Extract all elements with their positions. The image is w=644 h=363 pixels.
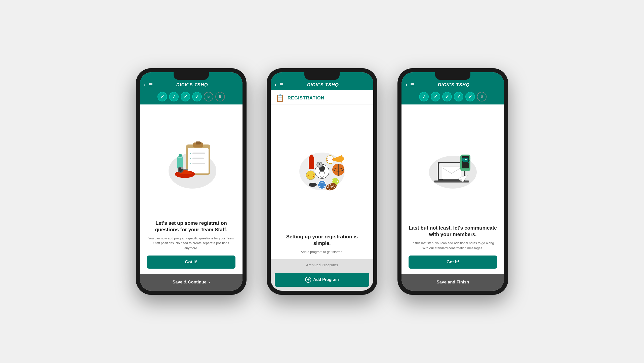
bottom-bar-1[interactable]: Save & Continue › xyxy=(140,274,243,291)
step-6-active-3: 6 xyxy=(477,92,487,101)
svg-rect-26 xyxy=(310,155,313,160)
svg-point-56 xyxy=(465,159,466,160)
step-3-done xyxy=(181,92,190,101)
headline-2: Setting up your registration is simple. xyxy=(278,233,366,246)
app-logo-2: DICK'S TSHQ xyxy=(287,82,359,88)
save-finish-label: Save and Finish xyxy=(436,280,469,285)
gotit-button-3[interactable]: Got It! xyxy=(409,256,497,269)
clipboard-illustration: ✓ ✓ ✓ xyxy=(164,134,219,190)
steps-bar-3: 6 xyxy=(401,90,504,104)
add-program-label: Add Program xyxy=(313,277,339,282)
notch-2 xyxy=(304,72,340,80)
svg-rect-28 xyxy=(333,158,336,161)
reg-title: REGISTRATION xyxy=(288,95,325,101)
notch-3 xyxy=(435,72,470,80)
step-2-done-3 xyxy=(431,92,440,101)
step-2-done xyxy=(169,92,179,101)
headline-1: Let's set up some registration questions… xyxy=(147,220,235,233)
subtext-3: In this last step, you can add additiona… xyxy=(409,241,497,250)
svg-point-19 xyxy=(181,167,183,169)
svg-text:✓: ✓ xyxy=(189,152,192,155)
svg-rect-10 xyxy=(192,163,205,164)
clipboard-icon: 📋 xyxy=(276,94,285,102)
step-4-done-3 xyxy=(454,92,463,101)
step-6-pending: 6 xyxy=(215,92,225,101)
phone-1: ‹ ☰ DICK'S TSHQ 5 6 xyxy=(136,68,247,295)
svg-rect-3 xyxy=(196,141,201,144)
menu-icon-1[interactable]: ☰ xyxy=(149,82,153,88)
sports-svg xyxy=(293,142,351,195)
plus-icon: + xyxy=(305,277,311,283)
content-area-1: ✓ ✓ ✓ xyxy=(140,104,243,274)
svg-rect-12 xyxy=(179,154,182,157)
app-logo-3: DICK'S TSHQ xyxy=(417,82,490,88)
text-content-2: Setting up your registration is simple. … xyxy=(271,233,373,260)
svg-rect-8 xyxy=(192,158,204,159)
svg-rect-18 xyxy=(183,169,188,170)
headline-3: Last but not least, let's communicate wi… xyxy=(409,225,497,238)
svg-point-31 xyxy=(306,171,315,180)
text-content-1: Let's set up some registration questions… xyxy=(140,220,243,274)
svg-point-57 xyxy=(466,159,467,160)
svg-text:✓: ✓ xyxy=(189,157,192,160)
reg-header: 📋 REGISTRATION xyxy=(271,90,373,104)
svg-text:✓: ✓ xyxy=(189,162,192,165)
step-5-done-3 xyxy=(465,92,475,101)
gotit-button-1[interactable]: Got it! xyxy=(147,256,235,269)
step-4-done xyxy=(192,92,202,101)
svg-rect-15 xyxy=(176,173,180,175)
svg-rect-6 xyxy=(192,153,205,154)
content-area-3: 1 La xyxy=(401,104,504,274)
back-button-1[interactable]: ‹ xyxy=(144,82,146,88)
subtext-1: You can now add program-specific questio… xyxy=(147,236,235,251)
menu-icon-3[interactable]: ☰ xyxy=(410,82,414,88)
illustration-1: ✓ ✓ ✓ xyxy=(140,104,243,220)
archived-programs-button[interactable]: Archived Programs xyxy=(275,259,369,271)
sports-illustration xyxy=(271,104,373,233)
app-logo-1: DICK'S TSHQ xyxy=(156,82,228,88)
svg-rect-49 xyxy=(442,167,461,179)
add-program-button[interactable]: + Add Program xyxy=(275,273,369,287)
phone-2: ‹ ☰ DICK'S TSHQ 📋 REGISTRATION xyxy=(267,68,377,295)
steps-bar-1: 5 6 xyxy=(140,90,243,104)
step-3-done-3 xyxy=(442,92,452,101)
text-content-3: Last but not least, let's communicate wi… xyxy=(401,225,504,274)
menu-icon-2[interactable]: ☰ xyxy=(279,82,284,88)
back-button-2[interactable]: ‹ xyxy=(275,82,276,88)
svg-point-37 xyxy=(309,183,317,187)
step-5-active: 5 xyxy=(204,92,213,101)
back-button-3[interactable]: ‹ xyxy=(406,82,407,88)
save-continue-label: Save & Continue › xyxy=(173,280,210,285)
content-area-2: 📋 REGISTRATION xyxy=(271,90,373,259)
notch-1 xyxy=(174,72,209,80)
phone-3: ‹ ☰ DICK'S TSHQ 6 xyxy=(397,68,508,295)
comm-svg: 1 xyxy=(424,139,482,190)
bottom-bar-3[interactable]: Save and Finish xyxy=(401,274,504,291)
step-1-done-3 xyxy=(419,92,429,101)
svg-rect-13 xyxy=(178,157,182,158)
step-1-done xyxy=(157,92,167,101)
illustration-3: 1 xyxy=(401,104,504,225)
subtext-2: Add a program to get started. xyxy=(278,249,366,255)
